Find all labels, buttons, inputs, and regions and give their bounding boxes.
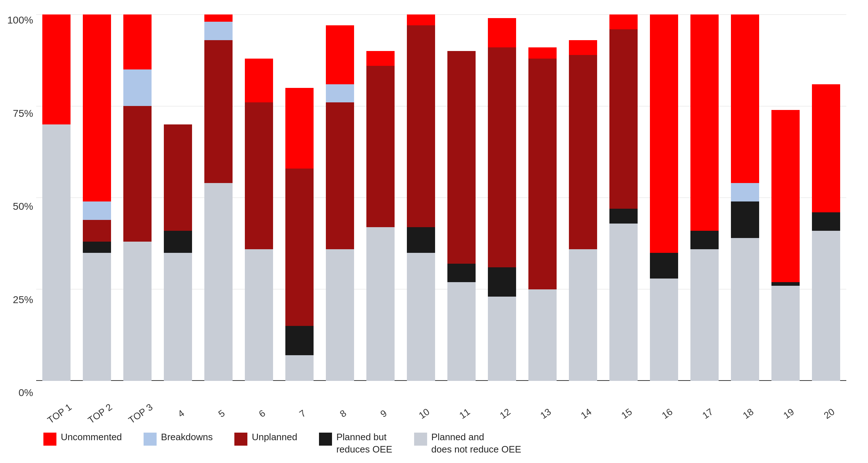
segment-seg-unplanned [407, 25, 435, 227]
segment-seg-uncommented [326, 25, 354, 84]
legend-label-uncommented: Uncommented [61, 431, 122, 443]
legend-swatch-unplanned [234, 433, 247, 446]
x-label-13: 14 [563, 405, 603, 420]
bar-group-19 [765, 14, 806, 381]
segment-seg-unplanned [569, 55, 597, 249]
bar-19 [812, 84, 840, 381]
legend-swatch-plannedReduces [319, 433, 332, 446]
x-label-14: 15 [603, 405, 644, 420]
bar-11 [488, 18, 516, 381]
y-label-0: 0% [18, 387, 33, 399]
x-label-0: TOP 1 [36, 405, 77, 420]
segment-seg-unplanned [204, 40, 233, 183]
chart-area: 0% 25% 50% 75% 100% TOP 1TOP 2TOP 345678… [36, 14, 846, 420]
bar-4 [204, 14, 233, 381]
y-label-25: 25% [13, 294, 33, 306]
segment-seg-unplanned [447, 51, 476, 264]
segment-seg-planned-reduces [447, 264, 476, 282]
segment-seg-planned-not [407, 253, 435, 381]
legend-item-uncommented: Uncommented [43, 431, 122, 446]
x-label-9: 10 [401, 405, 441, 420]
segment-seg-unplanned [366, 66, 395, 227]
segment-seg-uncommented [690, 14, 719, 231]
segment-seg-uncommented [285, 88, 314, 169]
bar-18 [771, 110, 800, 381]
bar-17 [731, 14, 759, 381]
bar-group-20 [806, 14, 846, 381]
segment-seg-planned-not [285, 355, 314, 381]
bar-group-11 [441, 14, 482, 381]
legend-item-plannedReduces: Planned butreduces OEE [319, 431, 392, 456]
x-label-12: 13 [522, 405, 563, 420]
bar-group-4 [158, 14, 198, 381]
segment-seg-unplanned [245, 102, 273, 249]
segment-seg-uncommented [528, 47, 557, 58]
bar-group-15 [603, 14, 644, 381]
segment-seg-planned-not [650, 279, 678, 381]
bar-group-18 [725, 14, 765, 381]
x-label-10: 11 [441, 405, 482, 420]
segment-seg-planned-not [569, 249, 597, 381]
bar-group-6 [239, 14, 279, 381]
bar-group-top-3 [117, 14, 158, 381]
segment-seg-planned-reduces [488, 267, 516, 297]
bar-1 [83, 14, 111, 381]
x-label-4: 5 [198, 405, 239, 420]
bar-group-5 [198, 14, 239, 381]
bar-group-13 [522, 14, 563, 381]
legend-swatch-uncommented [43, 433, 56, 446]
segment-seg-uncommented [83, 14, 111, 201]
segment-seg-unplanned [123, 106, 152, 242]
bar-14 [609, 14, 638, 381]
x-label-11: 12 [482, 405, 522, 420]
bar-3 [164, 124, 192, 381]
bar-13 [569, 40, 597, 381]
bar-group-10 [401, 14, 441, 381]
legend-label-plannedReduces: Planned butreduces OEE [336, 431, 392, 456]
bar-0 [42, 14, 71, 381]
segment-seg-unplanned [164, 124, 192, 231]
segment-seg-planned-reduces [771, 282, 800, 286]
legend-label-unplanned: Unplanned [252, 431, 297, 443]
segment-seg-planned-reduces [650, 253, 678, 279]
segment-seg-uncommented [609, 14, 638, 29]
bar-15 [650, 14, 678, 381]
segment-seg-uncommented [771, 110, 800, 282]
bar-2 [123, 14, 152, 381]
segment-seg-planned-reduces [407, 227, 435, 253]
x-label-15: 16 [644, 405, 684, 420]
segment-seg-planned-reduces [690, 231, 719, 249]
segment-seg-breakdowns [204, 22, 233, 40]
segment-seg-planned-not [83, 253, 111, 381]
bar-group-top-2 [77, 14, 117, 381]
segment-seg-unplanned [609, 29, 638, 209]
bar-group-16 [644, 14, 684, 381]
segment-seg-unplanned [83, 220, 111, 242]
bar-16 [690, 14, 719, 381]
legend-item-unplanned: Unplanned [234, 431, 297, 446]
x-label-5: 6 [239, 405, 279, 420]
segment-seg-uncommented [123, 14, 152, 69]
chart-container: 0% 25% 50% 75% 100% TOP 1TOP 2TOP 345678… [0, 0, 868, 463]
segment-seg-uncommented [366, 51, 395, 66]
bar-group-12 [482, 14, 522, 381]
segment-seg-planned-not [690, 249, 719, 381]
segment-seg-planned-reduces [164, 231, 192, 253]
y-label-50: 50% [13, 201, 33, 212]
segment-seg-unplanned [488, 47, 516, 267]
bar-9 [407, 14, 435, 381]
segment-seg-planned-not [326, 249, 354, 381]
segment-seg-unplanned [326, 102, 354, 249]
plot-area [36, 14, 846, 381]
segment-seg-planned-not [447, 282, 476, 381]
x-label-8: 9 [360, 405, 401, 420]
x-label-7: 8 [320, 405, 360, 420]
y-label-100: 100% [7, 14, 33, 26]
bar-group-14 [563, 14, 603, 381]
segment-seg-planned-not [164, 253, 192, 381]
legend-swatch-breakdowns [144, 433, 157, 446]
segment-seg-uncommented [569, 40, 597, 55]
y-axis: 0% 25% 50% 75% 100% [7, 14, 33, 399]
x-label-6: 7 [279, 405, 320, 420]
y-label-75: 75% [13, 108, 33, 119]
